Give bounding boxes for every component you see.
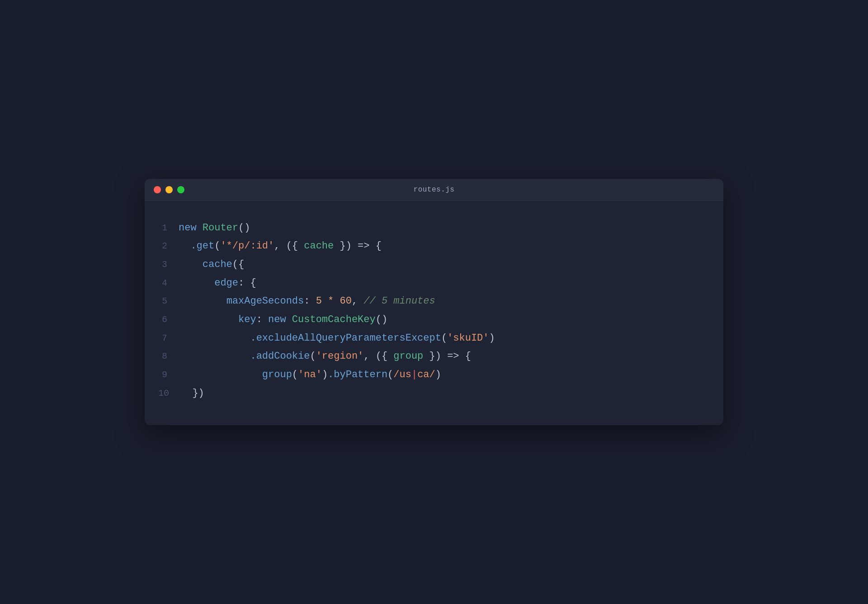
code-line-1: 1 new Router() [158,219,705,238]
line-number-8: 8 [158,348,179,365]
method-exclude: .excludeAllQueryParametersExcept [250,329,441,348]
close-button[interactable] [154,186,161,193]
brace-2: { [376,237,382,256]
str-na: 'na' [298,366,322,384]
regex-end: ca/ [417,366,435,384]
paren-9c: ( [387,366,393,384]
code-line-6: 6 key: new CustomCacheKey() [158,311,705,329]
code-line-2: 2 .get('*/p/:id', ({ cache }) => { [158,237,705,256]
arrow-8: => [447,347,465,366]
paren-9d: ) [435,366,441,384]
titlebar: routes.js [145,179,723,201]
method-get: .get [190,237,214,256]
fn-group: group [262,366,292,384]
indent-9 [179,366,262,384]
maximize-button[interactable] [177,186,184,193]
code-line-5: 5 maxAgeSeconds: 5 * 60, // 5 minutes [158,292,705,311]
indent-7 [179,329,250,348]
code-line-10: 10 }) [158,384,705,403]
prop-maxage: maxAgeSeconds [226,292,304,311]
brace-8b: { [465,347,471,366]
editor-window: routes.js 1 new Router() 2 .get('*/p/:id… [145,179,723,426]
code-line-8: 8 .addCookie('region', ({ group }) => { [158,347,705,366]
line-2-content: .get('*/p/:id', ({ cache }) => { [179,237,382,256]
comma-5: , [352,292,363,311]
num-5: 5 * 60 [316,292,352,311]
indent-6 [179,311,238,329]
line-number-3: 3 [158,256,179,273]
class-router: Router [203,219,238,238]
fn-cache: cache [203,256,232,274]
comma-8: , ({ [363,347,393,366]
line-7-content: .excludeAllQueryParametersExcept('skuID'… [179,329,495,348]
indent-5 [179,292,226,311]
paren-8a: ( [310,347,316,366]
regex-start: /us [393,366,411,384]
kw-new-6: new [268,311,292,329]
colon-6: : [256,311,268,329]
indent-10 [180,384,192,403]
param-cache: cache [304,237,334,256]
str-path: '*/p/:id' [220,237,274,256]
punct-4: }) [334,237,358,256]
colon-4: : { [238,274,256,293]
code-line-9: 9 group('na').byPattern(/us|ca/) [158,366,705,384]
line-1-content: new Router() [179,219,250,238]
regex-pipe: | [411,366,417,384]
line-number-1: 1 [158,220,179,236]
line-6-content: key: new CustomCacheKey() [179,311,387,329]
line-number-7: 7 [158,330,179,346]
line-number-5: 5 [158,293,179,309]
punct: () [238,219,250,238]
closing-braces: }) [192,384,204,403]
prop-edge: edge [214,274,238,293]
line-10-content: }) [180,384,204,403]
line-5-content: maxAgeSeconds: 5 * 60, // 5 minutes [179,292,435,311]
param-group: group [393,347,423,366]
punct-5: ({ [232,256,244,274]
filename: routes.js [414,186,455,194]
indent-2 [179,237,190,256]
paren-9b: ) [322,366,328,384]
parens-6: () [376,311,387,329]
str-region: 'region' [316,347,364,366]
line-number-6: 6 [158,311,179,328]
colon-5: : [304,292,316,311]
line-number-9: 9 [158,366,179,383]
str-skuid: 'skuID' [447,329,489,348]
code-editor: 1 new Router() 2 .get('*/p/:id', ({ cach… [145,201,723,426]
code-line-4: 4 edge: { [158,274,705,293]
indent-4 [179,274,214,293]
class-cachekey: CustomCacheKey [292,311,376,329]
paren-7b: ) [489,329,495,348]
prop-key: key [238,311,256,329]
arrow-2: => [358,237,376,256]
code-line-3: 3 cache({ [158,256,705,274]
minimize-button[interactable] [165,186,173,193]
method-bypattern: .byPattern [328,366,387,384]
kw-new: new [179,219,203,238]
paren-7a: ( [441,329,447,348]
line-8-content: .addCookie('region', ({ group }) => { [179,347,471,366]
code-line-7: 7 .excludeAllQueryParametersExcept('skuI… [158,329,705,348]
line-number-4: 4 [158,275,179,291]
line-9-content: group('na').byPattern(/us|ca/) [179,366,441,384]
paren-9a: ( [292,366,298,384]
indent-8 [179,347,250,366]
punct-3: , ({ [274,237,304,256]
line-number-10: 10 [158,385,180,402]
line-3-content: cache({ [179,256,244,274]
indent-3 [179,256,203,274]
line-number-2: 2 [158,238,179,254]
comment-5: // 5 minutes [363,292,435,311]
line-4-content: edge: { [179,274,256,293]
brace-8: }) [423,347,447,366]
traffic-lights [154,186,184,193]
punct-2: ( [214,237,220,256]
method-addcookie: .addCookie [250,347,310,366]
